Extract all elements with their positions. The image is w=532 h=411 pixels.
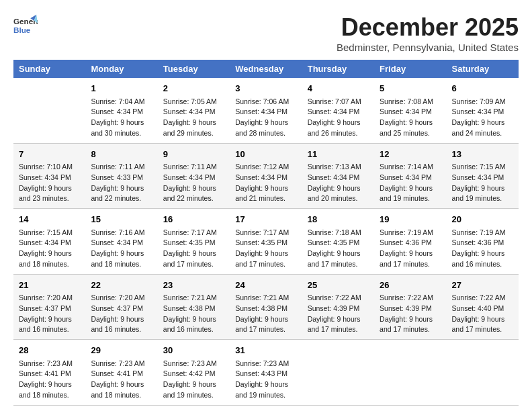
calendar-week-row: 14Sunrise: 7:15 AMSunset: 4:34 PMDayligh… [13, 209, 519, 275]
cell-info-line: Sunrise: 7:10 AM [19, 162, 80, 173]
cell-info-line: Sunset: 4:42 PM [163, 369, 224, 379]
cell-info-line: Daylight: 9 hours [91, 183, 152, 194]
cell-info-line: and 25 minutes. [380, 128, 441, 139]
cell-info-line: Daylight: 9 hours [235, 183, 296, 194]
cell-info-line: Sunrise: 7:15 AM [19, 228, 80, 238]
calendar-cell: 10Sunrise: 7:12 AMSunset: 4:34 PMDayligh… [230, 143, 302, 209]
cell-info-line: Daylight: 9 hours [452, 248, 513, 259]
cell-info-line: and 17 minutes. [380, 259, 441, 270]
page-header: General Blue December 2025 Bedminster, P… [13, 13, 519, 53]
cell-info-line: Sunset: 4:34 PM [19, 173, 80, 183]
cell-info-line: Sunrise: 7:05 AM [163, 97, 224, 107]
calendar-week-row: 7Sunrise: 7:10 AMSunset: 4:34 PMDaylight… [13, 143, 519, 209]
day-number: 20 [452, 213, 513, 226]
calendar-cell: 30Sunrise: 7:23 AMSunset: 4:42 PMDayligh… [158, 340, 230, 406]
calendar-cell: 15Sunrise: 7:16 AMSunset: 4:34 PMDayligh… [85, 209, 157, 275]
cell-info-line: and 18 minutes. [91, 390, 152, 401]
cell-info-line: and 18 minutes. [19, 390, 80, 401]
cell-info-line: Sunrise: 7:23 AM [91, 359, 152, 369]
calendar-cell: 25Sunrise: 7:22 AMSunset: 4:39 PMDayligh… [302, 274, 374, 340]
cell-info-line: Daylight: 9 hours [308, 248, 369, 259]
calendar-cell: 1Sunrise: 7:04 AMSunset: 4:34 PMDaylight… [85, 78, 157, 143]
cell-info-line: and 26 minutes. [308, 128, 369, 139]
cell-info-line: Sunrise: 7:07 AM [308, 97, 369, 107]
cell-info-line: and 19 minutes. [163, 390, 224, 401]
cell-info-line: Sunset: 4:35 PM [308, 238, 369, 248]
calendar-cell: 12Sunrise: 7:14 AMSunset: 4:34 PMDayligh… [374, 143, 446, 209]
calendar-cell: 18Sunrise: 7:18 AMSunset: 4:35 PMDayligh… [302, 209, 374, 275]
cell-info-line: Sunrise: 7:06 AM [235, 97, 296, 107]
cell-info-line: and 18 minutes. [91, 259, 152, 270]
calendar-cell: 17Sunrise: 7:17 AMSunset: 4:35 PMDayligh… [230, 209, 302, 275]
day-number: 4 [308, 82, 369, 95]
cell-info-line: and 29 minutes. [163, 128, 224, 139]
day-number: 28 [19, 344, 80, 357]
cell-info-line: Sunset: 4:34 PM [452, 173, 513, 183]
calendar-cell: 27Sunrise: 7:22 AMSunset: 4:40 PMDayligh… [447, 274, 519, 340]
cell-info-line: and 16 minutes. [19, 324, 80, 335]
cell-info-line: Sunset: 4:35 PM [235, 238, 296, 248]
cell-info-line: Sunset: 4:37 PM [19, 304, 80, 314]
calendar-cell: 8Sunrise: 7:11 AMSunset: 4:33 PMDaylight… [85, 143, 157, 209]
cell-info-line: Daylight: 9 hours [19, 314, 80, 325]
cell-info-line: Sunset: 4:34 PM [380, 173, 441, 183]
cell-info-line: Daylight: 9 hours [91, 379, 152, 390]
calendar-cell: 31Sunrise: 7:23 AMSunset: 4:43 PMDayligh… [230, 340, 302, 406]
cell-info-line: Daylight: 9 hours [163, 314, 224, 325]
cell-info-line: Daylight: 9 hours [235, 248, 296, 259]
cell-info-line: Daylight: 9 hours [452, 183, 513, 194]
cell-info-line: Daylight: 9 hours [19, 379, 80, 390]
calendar-cell [13, 78, 85, 143]
day-number: 19 [380, 213, 441, 226]
cell-info-line: Sunset: 4:34 PM [91, 238, 152, 248]
calendar-cell: 3Sunrise: 7:06 AMSunset: 4:34 PMDaylight… [230, 78, 302, 143]
cell-info-line: Sunrise: 7:18 AM [308, 228, 369, 238]
cell-info-line: Sunset: 4:41 PM [91, 369, 152, 379]
cell-info-line: Sunset: 4:36 PM [452, 238, 513, 248]
cell-info-line: Sunset: 4:34 PM [235, 107, 296, 118]
day-header-friday: Friday [374, 60, 446, 78]
cell-info-line: Daylight: 9 hours [235, 379, 296, 390]
cell-info-line: and 16 minutes. [452, 259, 513, 270]
cell-info-line: Daylight: 9 hours [380, 183, 441, 194]
cell-info-line: Sunset: 4:36 PM [380, 238, 441, 248]
cell-info-line: and 23 minutes. [19, 193, 80, 204]
svg-text:Blue: Blue [13, 26, 31, 34]
cell-info-line: Sunrise: 7:04 AM [91, 97, 152, 107]
calendar-cell: 6Sunrise: 7:09 AMSunset: 4:34 PMDaylight… [447, 78, 519, 143]
cell-info-line: Sunrise: 7:19 AM [452, 228, 513, 238]
cell-info-line: and 17 minutes. [308, 259, 369, 270]
cell-info-line: Daylight: 9 hours [91, 248, 152, 259]
day-number: 26 [380, 279, 441, 292]
cell-info-line: and 17 minutes. [308, 324, 369, 335]
day-number: 11 [308, 148, 369, 161]
calendar-cell: 23Sunrise: 7:21 AMSunset: 4:38 PMDayligh… [158, 274, 230, 340]
day-number: 23 [163, 279, 224, 292]
cell-info-line: Daylight: 9 hours [452, 314, 513, 325]
cell-info-line: Sunrise: 7:21 AM [235, 293, 296, 304]
cell-info-line: and 16 minutes. [163, 324, 224, 335]
cell-info-line: Daylight: 9 hours [163, 118, 224, 128]
cell-info-line: Sunrise: 7:20 AM [19, 293, 80, 304]
cell-info-line: Daylight: 9 hours [163, 183, 224, 194]
calendar-cell: 2Sunrise: 7:05 AMSunset: 4:34 PMDaylight… [158, 78, 230, 143]
calendar-cell: 11Sunrise: 7:13 AMSunset: 4:34 PMDayligh… [302, 143, 374, 209]
day-number: 13 [452, 148, 513, 161]
cell-info-line: Sunrise: 7:17 AM [235, 228, 296, 238]
calendar-cell: 14Sunrise: 7:15 AMSunset: 4:34 PMDayligh… [13, 209, 85, 275]
day-number: 16 [163, 213, 224, 226]
day-header-thursday: Thursday [302, 60, 374, 78]
calendar-cell: 7Sunrise: 7:10 AMSunset: 4:34 PMDaylight… [13, 143, 85, 209]
day-number: 12 [380, 148, 441, 161]
day-header-sunday: Sunday [13, 60, 85, 78]
cell-info-line: and 30 minutes. [91, 128, 152, 139]
calendar-cell [302, 340, 374, 406]
cell-info-line: and 19 minutes. [235, 390, 296, 401]
cell-info-line: Sunset: 4:34 PM [380, 107, 441, 118]
day-number: 24 [235, 279, 296, 292]
title-area: December 2025 Bedminster, Pennsylvania, … [337, 13, 519, 53]
cell-info-line: Daylight: 9 hours [19, 183, 80, 194]
calendar-table: SundayMondayTuesdayWednesdayThursdayFrid… [13, 60, 519, 406]
calendar-cell: 22Sunrise: 7:20 AMSunset: 4:37 PMDayligh… [85, 274, 157, 340]
day-number: 31 [235, 344, 296, 357]
